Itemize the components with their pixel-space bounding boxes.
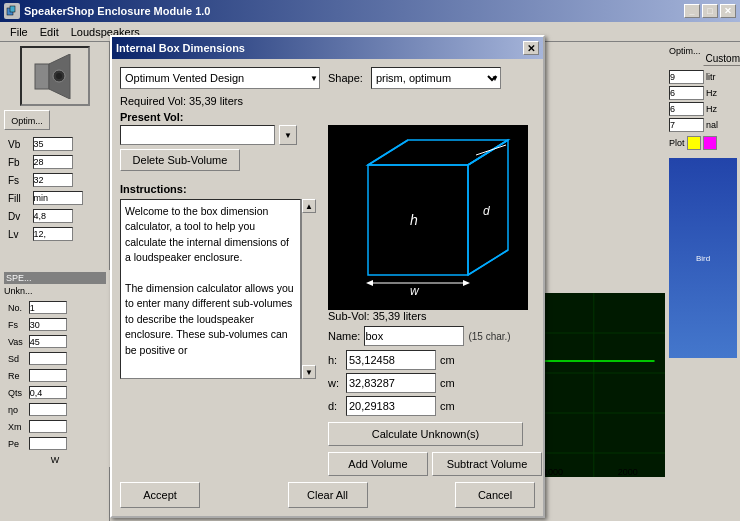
h-unit: cm [440,354,455,366]
char-count: (15 char.) [468,331,510,342]
scroll-up-btn[interactable]: ▲ [302,199,316,213]
sub-vol: Sub-Vol: 35,39 liters [328,310,542,322]
two-col-layout: ▼ Delete Sub-Volume Instructions: Welcom… [120,125,535,482]
h-label: h: [328,354,342,366]
svg-marker-28 [463,280,470,286]
present-vol-input[interactable] [120,125,275,145]
dialog-body: Optimum Vented Design Custom Sealed Shap… [112,59,543,516]
name-input[interactable] [364,326,464,346]
dim-d-row: d: cm [328,396,542,416]
scroll-down-btn[interactable]: ▼ [302,365,316,379]
instructions-box: Welcome to the box dimension calculator,… [120,199,301,379]
scroll-track [302,213,315,365]
present-vol-label: Present Vol: [120,111,535,123]
present-vol-row: ▼ [120,125,320,145]
svg-line-29 [476,145,506,155]
dim-h-row: h: cm [328,350,542,370]
dialog-titlebar-controls: ✕ [523,41,539,55]
shape-label: Shape: [328,72,363,84]
present-vol-dropdown[interactable]: ▼ [279,125,297,145]
d-input[interactable] [346,396,436,416]
dialog-title: Internal Box Dimensions [116,42,245,54]
design-select[interactable]: Optimum Vented Design Custom Sealed [120,67,320,89]
calculate-btn[interactable]: Calculate Unknown(s) [328,422,523,446]
svg-marker-27 [366,280,373,286]
instructions-scrollbar: ▲ ▼ [301,199,315,379]
svg-line-21 [468,140,508,165]
dim-w-row: w: cm [328,373,542,393]
svg-text:h: h [410,212,418,228]
modal-overlay: Internal Box Dimensions ✕ Optimum Vented… [0,0,740,521]
delete-sub-vol-btn[interactable]: Delete Sub-Volume [120,149,240,171]
volume-row: Add Volume Subtract Volume [328,452,542,476]
svg-marker-17 [368,165,468,275]
instructions-text: Welcome to the box dimension calculator,… [125,205,297,356]
w-input[interactable] [346,373,436,393]
shape-select-wrapper: prism, optimum prism, custom cylinder [371,67,501,89]
h-input[interactable] [346,350,436,370]
w-unit: cm [440,377,455,389]
cancel-btn[interactable]: Cancel [455,482,535,508]
instructions-container: Welcome to the box dimension calculator,… [120,199,315,379]
dialog-titlebar: Internal Box Dimensions ✕ [112,37,543,59]
w-label: w: [328,377,342,389]
svg-text:d: d [483,204,490,218]
dialog-close-btn[interactable]: ✕ [523,41,539,55]
svg-line-22 [468,250,508,275]
box-visualization: h w d [328,125,528,310]
add-volume-btn[interactable]: Add Volume [328,452,428,476]
name-row: Name: (15 char.) [328,326,542,346]
name-label: Name: [328,330,360,342]
d-label: d: [328,400,342,412]
instructions-label: Instructions: [120,183,320,195]
required-vol: Required Vol: 35,39 liters [120,95,535,107]
left-col: ▼ Delete Sub-Volume Instructions: Welcom… [120,125,320,482]
design-select-wrapper: Optimum Vented Design Custom Sealed [120,67,320,89]
svg-text:w: w [410,284,420,298]
dialog-top-row: Optimum Vented Design Custom Sealed Shap… [120,67,535,89]
subtract-volume-btn[interactable]: Subtract Volume [432,452,542,476]
action-row: Accept Clear All Cancel [120,482,535,508]
internal-box-dialog: Internal Box Dimensions ✕ Optimum Vented… [110,35,545,518]
shape-select[interactable]: prism, optimum prism, custom cylinder [371,67,501,89]
right-col: h w d Sub-Vol: 35,39 liters [328,125,542,482]
d-unit: cm [440,400,455,412]
clear-all-btn[interactable]: Clear All [288,482,368,508]
accept-btn[interactable]: Accept [120,482,200,508]
svg-line-20 [368,140,408,165]
